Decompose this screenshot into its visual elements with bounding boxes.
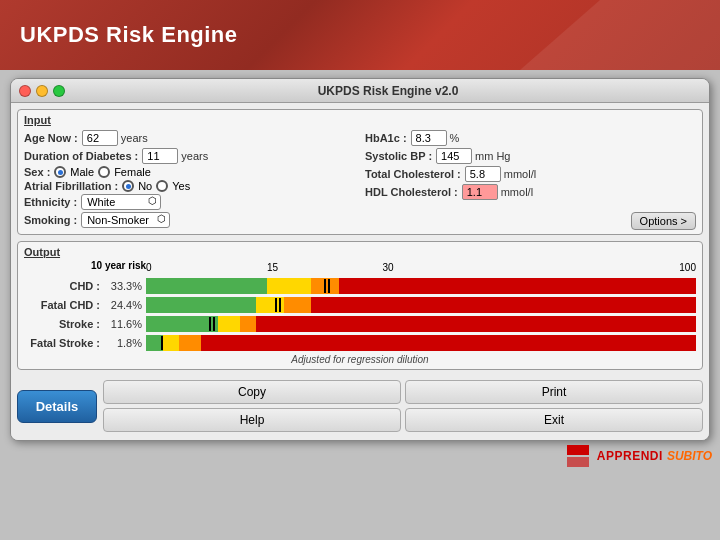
fatal-chd-label: Fatal CHD : xyxy=(24,299,104,311)
af-yes-radio[interactable] xyxy=(156,180,168,192)
chd-marker-lines xyxy=(324,279,330,293)
stroke-bar-red xyxy=(256,316,696,332)
window-content: Input Age Now : 62 years Duration of Dia… xyxy=(11,103,709,440)
ethnicity-row: Ethnicity : White xyxy=(24,194,355,210)
stroke-label: Stroke : xyxy=(24,318,104,330)
systolicbp-input[interactable]: 145 xyxy=(436,148,472,164)
brand-logo-bottom xyxy=(567,457,589,467)
fatal-chd-row: Fatal CHD : 24.4% xyxy=(24,297,696,313)
fatal-chd-marker xyxy=(273,297,283,313)
sex-label: Sex : xyxy=(24,166,50,178)
chd-bar-yellow xyxy=(267,278,311,294)
hba1c-input[interactable]: 8.3 xyxy=(411,130,447,146)
hba1c-row: HbA1c : 8.3 % xyxy=(365,130,696,146)
left-inputs: Age Now : 62 years Duration of Diabetes … xyxy=(24,130,355,230)
af-radio-group: No Yes xyxy=(122,180,190,192)
hdlchol-label: HDL Cholesterol : xyxy=(365,186,458,198)
stroke-row: Stroke : 11.6% xyxy=(24,316,696,332)
age-unit: years xyxy=(121,132,148,144)
input-grid: Age Now : 62 years Duration of Diabetes … xyxy=(24,130,696,230)
sex-male-radio[interactable] xyxy=(54,166,66,178)
hdlchol-unit: mmol/l xyxy=(501,186,533,198)
age-input[interactable]: 62 xyxy=(82,130,118,146)
help-button[interactable]: Help xyxy=(103,408,401,432)
bottom-buttons: Details Copy Print Help Exit xyxy=(17,376,703,434)
sex-female-radio[interactable] xyxy=(98,166,110,178)
close-button[interactable] xyxy=(19,85,31,97)
ethnicity-label: Ethnicity : xyxy=(24,196,77,208)
ethnicity-dropdown[interactable]: White xyxy=(81,194,161,210)
systolicbp-row: Systolic BP : 145 mm Hg xyxy=(365,148,696,164)
sex-female-label: Female xyxy=(114,166,151,178)
age-label: Age Now : xyxy=(24,132,78,144)
totalchol-label: Total Cholesterol : xyxy=(365,168,461,180)
maximize-button[interactable] xyxy=(53,85,65,97)
fatal-stroke-label: Fatal Stroke : xyxy=(24,337,104,349)
duration-row: Duration of Diabetes : 11 years xyxy=(24,148,355,164)
sex-male-label: Male xyxy=(70,166,94,178)
app-window: UKPDS Risk Engine v2.0 Input Age Now : 6… xyxy=(10,78,710,441)
chd-marker-line-1 xyxy=(324,279,326,293)
af-row: Atrial Fibrillation : No Yes xyxy=(24,180,355,192)
af-label: Atrial Fibrillation : xyxy=(24,180,118,192)
scale-label-10yr: 10 year risk xyxy=(91,260,146,271)
scale-label-15: 15 xyxy=(267,262,278,273)
options-button[interactable]: Options > xyxy=(631,212,696,230)
scale-label-100: 100 xyxy=(679,262,696,273)
stroke-marker-line-2 xyxy=(213,317,215,331)
fatal-stroke-pct: 1.8% xyxy=(104,337,146,349)
fatal-chd-pct: 24.4% xyxy=(104,299,146,311)
exit-button[interactable]: Exit xyxy=(405,408,703,432)
smoking-row: Smoking : Non-Smoker xyxy=(24,212,355,228)
fatal-chd-bar xyxy=(146,297,696,313)
duration-label: Duration of Diabetes : xyxy=(24,150,138,162)
chd-pct: 33.3% xyxy=(104,280,146,292)
smoking-dropdown[interactable]: Non-Smoker xyxy=(81,212,170,228)
brand-logo-top xyxy=(567,445,589,455)
hdlchol-row: HDL Cholesterol : 1.1 mmol/l xyxy=(365,184,696,200)
output-section: Output 0 10 year risk 15 30 100 CHD : 33… xyxy=(17,241,703,370)
right-inputs: HbA1c : 8.3 % Systolic BP : 145 mm Hg To… xyxy=(365,130,696,230)
stroke-marker-lines xyxy=(209,317,215,331)
fatal-stroke-bar-orange xyxy=(179,335,201,351)
fatal-chd-marker-line-2 xyxy=(279,298,281,312)
stroke-bar xyxy=(146,316,696,332)
details-button[interactable]: Details xyxy=(17,390,97,423)
chd-marker xyxy=(322,278,332,294)
input-section: Input Age Now : 62 years Duration of Dia… xyxy=(17,109,703,235)
output-section-label: Output xyxy=(24,246,696,258)
stroke-bar-yellow xyxy=(218,316,240,332)
brand-apprendi-text: APPRENDI xyxy=(597,449,663,463)
fatal-stroke-bar xyxy=(146,335,696,351)
print-button[interactable]: Print xyxy=(405,380,703,404)
fatal-stroke-row: Fatal Stroke : 1.8% xyxy=(24,335,696,351)
totalchol-input[interactable]: 5.8 xyxy=(465,166,501,182)
brand-box: APPRENDI SUBITO xyxy=(567,445,712,467)
chd-bar-green xyxy=(146,278,267,294)
hdlchol-input[interactable]: 1.1 xyxy=(462,184,498,200)
stroke-marker xyxy=(207,316,217,332)
hba1c-label: HbA1c : xyxy=(365,132,407,144)
scale-label-0: 0 xyxy=(146,262,152,273)
fatal-stroke-marker-line-1 xyxy=(161,336,163,350)
footer: APPRENDI SUBITO xyxy=(0,441,720,471)
totalchol-row: Total Cholesterol : 5.8 mmol/l xyxy=(365,166,696,182)
fatal-chd-marker-lines xyxy=(275,298,281,312)
chd-marker-line-2 xyxy=(328,279,330,293)
af-no-label: No xyxy=(138,180,152,192)
af-no-radio[interactable] xyxy=(122,180,134,192)
fatal-chd-bar-red xyxy=(311,297,696,313)
fatal-chd-bar-green xyxy=(146,297,256,313)
minimize-button[interactable] xyxy=(36,85,48,97)
chd-bar-red xyxy=(339,278,697,294)
fatal-stroke-marker-lines xyxy=(161,336,163,350)
copy-button[interactable]: Copy xyxy=(103,380,401,404)
input-section-label: Input xyxy=(24,114,696,126)
title-bar: UKPDS Risk Engine v2.0 xyxy=(11,79,709,103)
action-buttons: Copy Print Help Exit xyxy=(103,380,703,432)
duration-input[interactable]: 11 xyxy=(142,148,178,164)
systolicbp-label: Systolic BP : xyxy=(365,150,432,162)
window-title: UKPDS Risk Engine v2.0 xyxy=(75,84,701,98)
hba1c-unit: % xyxy=(450,132,460,144)
systolicbp-unit: mm Hg xyxy=(475,150,510,162)
